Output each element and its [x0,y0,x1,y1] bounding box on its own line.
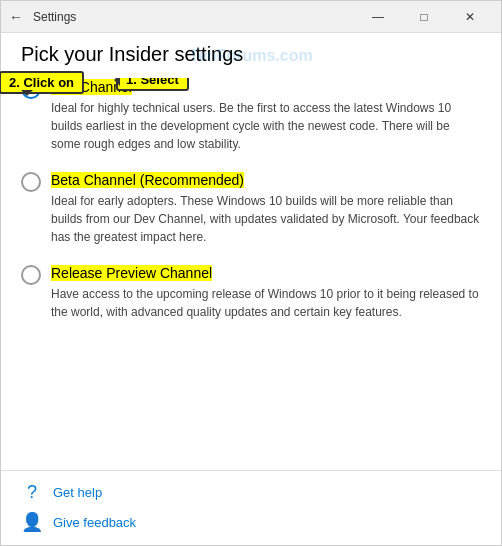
feedback-icon: 👤 [21,511,43,533]
beta-channel-item: Beta Channel (Recommended) Ideal for ear… [21,171,481,246]
release-channel-text: Release Preview Channel Have access to t… [51,264,481,321]
page-title: Pick your Insider settings [21,43,481,66]
get-help-link[interactable]: ? Get help [21,481,481,503]
release-channel-radio[interactable] [21,265,41,285]
dev-channel-item: Dev Channel Ideal for highly technical u… [21,78,481,153]
release-channel-item: Release Preview Channel Have access to t… [21,264,481,321]
beta-channel-desc: Ideal for early adopters. These Windows … [51,192,481,246]
release-channel-desc: Have access to the upcoming release of W… [51,285,481,321]
window-title: Settings [33,10,355,24]
close-button[interactable]: ✕ [447,1,493,33]
beta-channel-label[interactable]: Beta Channel (Recommended) [51,172,244,188]
get-help-label: Get help [53,485,102,500]
radio-group: Dev Channel Ideal for highly technical u… [21,78,481,321]
settings-window: ← Settings — □ ✕ 2. Click on TenForums.c… [0,0,502,546]
click-on-annotation: 2. Click on [0,71,84,94]
minimize-button[interactable]: — [355,1,401,33]
select-annotation: 1. Select [116,78,189,91]
give-feedback-link[interactable]: 👤 Give feedback [21,511,481,533]
dev-channel-wrapper: Dev Channel Ideal for highly technical u… [21,78,481,153]
maximize-button[interactable]: □ [401,1,447,33]
window-controls: — □ ✕ [355,1,493,33]
content-area: Dev Channel Ideal for highly technical u… [1,78,501,470]
dev-channel-desc: Ideal for highly technical users. Be the… [51,99,481,153]
beta-channel-text: Beta Channel (Recommended) Ideal for ear… [51,171,481,246]
footer: ? Get help 👤 Give feedback [1,470,501,545]
release-channel-label[interactable]: Release Preview Channel [51,265,212,281]
titlebar: ← Settings — □ ✕ [1,1,501,33]
help-icon: ? [21,481,43,503]
beta-channel-radio[interactable] [21,172,41,192]
back-button[interactable]: ← [9,9,23,25]
give-feedback-label: Give feedback [53,515,136,530]
